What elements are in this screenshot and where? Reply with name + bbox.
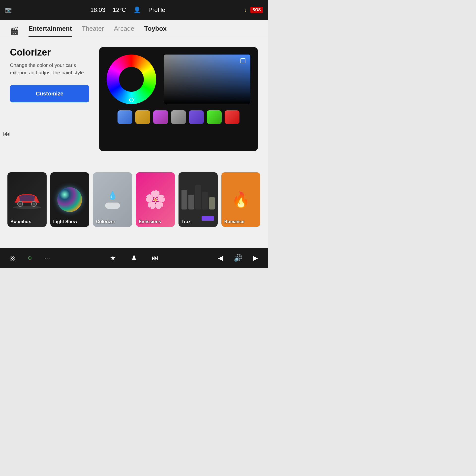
main-content: 🎬 Entertainment Theater Arcade Toybox Co… <box>0 20 268 248</box>
gradient-handle[interactable] <box>240 58 245 63</box>
taskbar-center-items: ★ ♟ ⏭ <box>107 252 161 264</box>
card-trax-bg <box>178 172 218 227</box>
status-left: 📷 <box>5 7 12 13</box>
status-center: 18:03 12°C 👤 Profile <box>12 6 244 13</box>
swatch-green[interactable] <box>207 110 222 124</box>
taskbar: ◎ ⊙ ··· ★ ♟ ⏭ ◀ 🔊 ▶ <box>0 248 268 268</box>
card-colorizer-bg: 💧 <box>93 172 132 227</box>
card-boombox[interactable]: Boombox <box>7 172 47 227</box>
camera-icon: 📷 <box>5 7 12 13</box>
svg-point-0 <box>13 206 41 209</box>
card-emissions-label: Emissions <box>139 219 161 224</box>
trax-sliders-visual <box>179 187 217 212</box>
taskbar-game[interactable]: ♟ <box>128 252 140 264</box>
swatch-blue[interactable] <box>118 110 132 124</box>
color-wheel[interactable] <box>107 55 156 104</box>
card-colorizer[interactable]: 💧 Colorizer <box>93 172 132 227</box>
status-bar: 📷 18:03 12°C 👤 Profile ↓ SOS <box>0 0 268 20</box>
card-emissions-bg: 🌸 <box>136 172 175 227</box>
card-lightshow[interactable]: Light Show <box>50 172 89 227</box>
customize-button[interactable]: Customize <box>10 85 89 102</box>
colorizer-title: Colorizer <box>10 47 89 58</box>
card-romance-label: Romance <box>224 219 244 224</box>
color-gradient-box[interactable] <box>164 55 250 104</box>
person-icon: 👤 <box>133 6 141 13</box>
car-image <box>11 180 43 219</box>
profile-label: Profile <box>148 6 165 13</box>
tab-theater[interactable]: Theater <box>82 25 104 37</box>
taskbar-volume[interactable]: 🔊 <box>232 252 244 264</box>
prev-arrow[interactable]: ⏮ <box>3 130 10 138</box>
swatch-gray[interactable] <box>171 110 186 124</box>
status-right: ↓ SOS <box>244 7 263 13</box>
taskbar-mobilox[interactable]: ⊙ <box>24 252 36 264</box>
color-wheel-inner <box>119 67 144 92</box>
swatch-violet[interactable] <box>189 110 204 124</box>
color-wheel-handle[interactable] <box>129 98 134 102</box>
svg-point-2 <box>19 203 21 205</box>
bottom-toy-cards: Boombox Light Show 💧 Colorizer 🌸 E <box>0 172 268 227</box>
entertainment-icon: 🎬 <box>10 27 19 35</box>
swatch-red[interactable] <box>225 110 239 124</box>
time-display: 18:03 <box>90 6 105 13</box>
card-colorizer-label: Colorizer <box>96 219 115 224</box>
colorizer-description: Change the color of your car's exterior,… <box>10 61 89 76</box>
swatch-purple[interactable] <box>153 110 168 124</box>
card-emissions[interactable]: 🌸 Emissions <box>136 172 175 227</box>
taskbar-home[interactable]: ◎ <box>6 252 19 264</box>
card-romance[interactable]: 🔥 Romance <box>221 172 261 227</box>
card-lightshow-bg <box>50 172 89 227</box>
card-boombox-bg <box>7 172 47 227</box>
svg-point-4 <box>32 203 35 205</box>
swatch-gold[interactable] <box>135 110 150 124</box>
tab-entertainment[interactable]: Entertainment <box>29 25 72 37</box>
tab-arcade[interactable]: Arcade <box>114 25 134 37</box>
sos-badge[interactable]: SOS <box>250 7 263 13</box>
taskbar-back[interactable]: ◀ <box>214 252 227 264</box>
card-trax-label: Trax <box>181 219 191 224</box>
picker-top <box>107 55 250 104</box>
card-trax[interactable]: Trax <box>178 172 218 227</box>
color-swatches <box>118 110 239 124</box>
download-icon: ↓ <box>244 7 247 13</box>
taskbar-play[interactable]: ⏭ <box>149 252 161 264</box>
taskbar-star[interactable]: ★ <box>107 252 119 264</box>
color-picker-panel <box>99 47 258 151</box>
nav-tabs: 🎬 Entertainment Theater Arcade Toybox <box>0 20 268 37</box>
card-boombox-label: Boombox <box>10 219 31 224</box>
temp-display: 12°C <box>113 6 126 13</box>
tab-toybox[interactable]: Toybox <box>144 25 167 37</box>
taskbar-more[interactable]: ··· <box>41 252 53 264</box>
card-romance-bg: 🔥 <box>221 172 261 227</box>
card-lightshow-label: Light Show <box>53 219 77 224</box>
disco-ball <box>57 187 82 212</box>
taskbar-forward[interactable]: ▶ <box>249 252 262 264</box>
